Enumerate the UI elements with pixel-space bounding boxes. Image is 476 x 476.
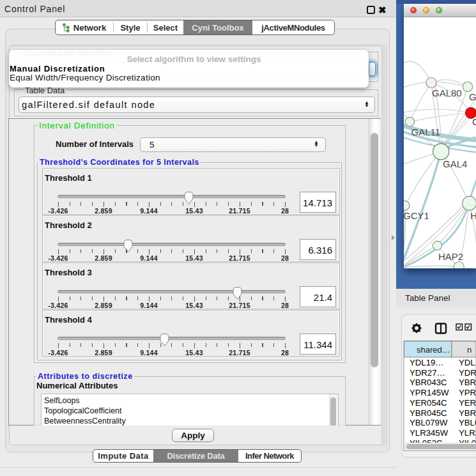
svg-text:n: n <box>467 345 472 355</box>
svg-text:YDR2: YDR2 <box>459 368 476 378</box>
svg-text:GCY1: GCY1 <box>404 210 429 221</box>
svg-text:YBR045C: YBR045C <box>410 408 447 418</box>
svg-text:YBR0: YBR0 <box>459 378 476 387</box>
svg-text:YBL079W: YBL079W <box>410 418 448 427</box>
svg-text:YLR3: YLR3 <box>459 428 476 438</box>
svg-text:YBR0: YBR0 <box>459 408 476 418</box>
svg-text:YPR1: YPR1 <box>459 388 476 397</box>
svg-text:YER054C: YER054C <box>410 398 447 408</box>
svg-text:H: H <box>470 210 476 221</box>
svg-text:C: C <box>472 116 476 127</box>
svg-text:YER0: YER0 <box>459 398 476 408</box>
svg-text:YLR345W: YLR345W <box>410 428 449 438</box>
svg-text:YDL19…: YDL19… <box>410 358 444 367</box>
svg-text:G.: G. <box>469 91 476 102</box>
svg-text:YDR27…: YDR27… <box>410 368 445 378</box>
svg-text:GAL11: GAL11 <box>411 127 441 137</box>
svg-text:HAP2: HAP2 <box>438 251 463 262</box>
svg-text:shared…: shared… <box>417 345 450 355</box>
svg-text:YPR145W: YPR145W <box>410 388 449 397</box>
svg-text:YBL0: YBL0 <box>459 418 476 427</box>
svg-text:GAL4: GAL4 <box>443 158 467 169</box>
svg-text:YBR043C: YBR043C <box>410 378 447 387</box>
svg-text:GAL80: GAL80 <box>432 88 462 98</box>
svg-text:YDL1: YDL1 <box>459 358 476 367</box>
